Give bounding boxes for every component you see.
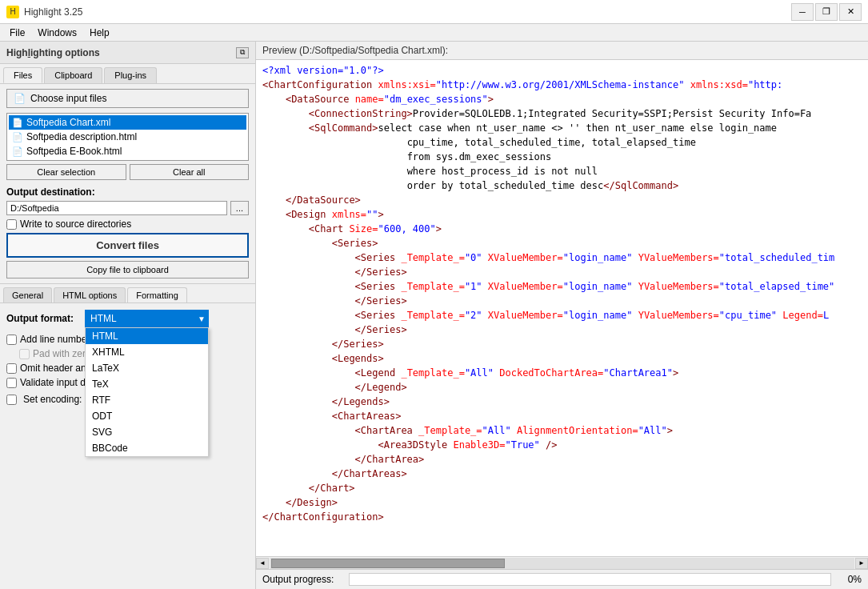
omit-header-footer-checkbox[interactable]	[6, 363, 17, 374]
dropdown-item-svg[interactable]: SVG	[86, 424, 208, 440]
output-format-dropdown[interactable]: HTML ▼ HTML XHTML LaTeX TeX RTF ODT SVG …	[85, 310, 209, 327]
menubar: File Windows Help	[0, 24, 868, 42]
write-to-source-label: Write to source directories	[20, 218, 131, 230]
dropdown-item-html[interactable]: HTML	[86, 328, 208, 344]
write-to-source-row: Write to source directories	[6, 218, 249, 230]
file-document-icon: 📄	[12, 146, 23, 157]
add-line-numbers-label: Add line numbers	[20, 334, 94, 345]
horizontal-scrollbar-area: ◄ ►	[256, 556, 868, 569]
output-progress-label: Output progress:	[262, 574, 342, 585]
app-title: Highlight 3.25	[24, 6, 791, 18]
output-path-input[interactable]	[6, 201, 227, 215]
output-format-label: Output format:	[6, 313, 78, 324]
tab-html-options[interactable]: HTML options	[54, 287, 126, 303]
code-preview[interactable]: <?xml version="1.0"?> <ChartConfiguratio…	[256, 60, 868, 556]
output-destination-label: Output destination:	[6, 186, 249, 198]
tab-formatting[interactable]: Formatting	[127, 287, 187, 303]
dropdown-item-rtf[interactable]: RTF	[86, 392, 208, 408]
file-document-icon: 📄	[12, 132, 23, 142]
output-format-selected[interactable]: HTML	[85, 310, 209, 327]
restore-button[interactable]: ❐	[815, 3, 838, 21]
output-destination-row: ...	[6, 201, 249, 215]
clear-selection-button[interactable]: Clear selection	[6, 164, 126, 180]
file-icon: 📄	[14, 93, 26, 104]
scroll-left-button[interactable]: ◄	[256, 558, 269, 569]
right-panel: Preview (D:/Softpedia/Softpedia Chart.xm…	[256, 42, 868, 589]
app-icon: H	[6, 6, 19, 18]
close-button[interactable]: ✕	[839, 3, 862, 21]
browse-button[interactable]: ...	[230, 201, 249, 215]
output-progress-bar	[349, 573, 831, 586]
tab-general[interactable]: General	[3, 287, 52, 303]
bottom-tabs-bar: General HTML options Formatting	[0, 287, 255, 303]
clear-all-button[interactable]: Clear all	[130, 164, 250, 180]
left-panel: Highlighting options ⧉ Files Clipboard P…	[0, 42, 256, 589]
set-encoding-checkbox[interactable]	[6, 395, 17, 405]
tab-files[interactable]: Files	[3, 67, 42, 83]
pad-with-zeroes-checkbox[interactable]	[19, 349, 30, 359]
file-item[interactable]: 📄 Softpedia E-Book.html	[9, 144, 246, 158]
minimize-button[interactable]: ─	[791, 3, 814, 21]
top-tabs-bar: Files Clipboard Plug-ins	[0, 64, 255, 84]
scroll-right-button[interactable]: ►	[855, 558, 868, 569]
tab-clipboard[interactable]: Clipboard	[44, 67, 102, 83]
horizontal-scrollbar[interactable]	[270, 558, 854, 569]
validate-input-checkbox[interactable]	[6, 378, 17, 388]
write-to-source-checkbox[interactable]	[6, 219, 17, 230]
files-section: 📄 Choose input files 📄 Softpedia Chart.x…	[0, 84, 255, 283]
preview-header: Preview (D:/Softpedia/Softpedia Chart.xm…	[256, 42, 868, 60]
dropdown-list: HTML XHTML LaTeX TeX RTF ODT SVG BBCode	[85, 327, 209, 457]
progress-bar-row: Output progress: 0%	[256, 569, 868, 589]
menu-help[interactable]: Help	[83, 26, 116, 40]
set-encoding-label: Set encoding:	[23, 394, 82, 405]
scrollbar-thumb[interactable]	[271, 559, 505, 568]
menu-file[interactable]: File	[3, 26, 31, 40]
file-item[interactable]: 📄 Softpedia description.html	[9, 130, 246, 144]
add-line-numbers-checkbox[interactable]	[6, 335, 17, 345]
output-progress-percent: 0%	[838, 574, 862, 585]
window-controls: ─ ❐ ✕	[791, 3, 862, 21]
dropdown-item-bbcode[interactable]: BBCode	[86, 440, 208, 456]
tab-plugins[interactable]: Plug-ins	[104, 67, 157, 83]
bottom-tabs: General HTML options Formatting Output f…	[0, 283, 255, 414]
dropdown-item-odt[interactable]: ODT	[86, 408, 208, 424]
panel-title: Highlighting options	[6, 47, 100, 58]
menu-windows[interactable]: Windows	[31, 26, 83, 40]
file-actions-row: Clear selection Clear all	[6, 164, 249, 180]
file-list[interactable]: 📄 Softpedia Chart.xml 📄 Softpedia descri…	[6, 113, 249, 161]
panel-header: Highlighting options ⧉	[0, 42, 255, 64]
main-layout: Highlighting options ⧉ Files Clipboard P…	[0, 42, 868, 589]
options-panel: Output format: HTML ▼ HTML XHTML LaTeX T…	[0, 303, 255, 414]
copy-to-clipboard-button[interactable]: Copy file to clipboard	[6, 261, 249, 278]
dropdown-item-tex[interactable]: TeX	[86, 376, 208, 392]
choose-input-files-button[interactable]: 📄 Choose input files	[6, 89, 249, 108]
dropdown-item-xhtml[interactable]: XHTML	[86, 344, 208, 360]
file-item[interactable]: 📄 Softpedia Chart.xml	[9, 115, 246, 130]
titlebar: H Highlight 3.25 ─ ❐ ✕	[0, 0, 868, 24]
dropdown-item-latex[interactable]: LaTeX	[86, 360, 208, 376]
panel-restore-button[interactable]: ⧉	[236, 47, 249, 58]
file-document-icon: 📄	[12, 118, 23, 128]
convert-files-button[interactable]: Convert files	[6, 233, 249, 258]
output-format-row: Output format: HTML ▼ HTML XHTML LaTeX T…	[6, 310, 249, 327]
